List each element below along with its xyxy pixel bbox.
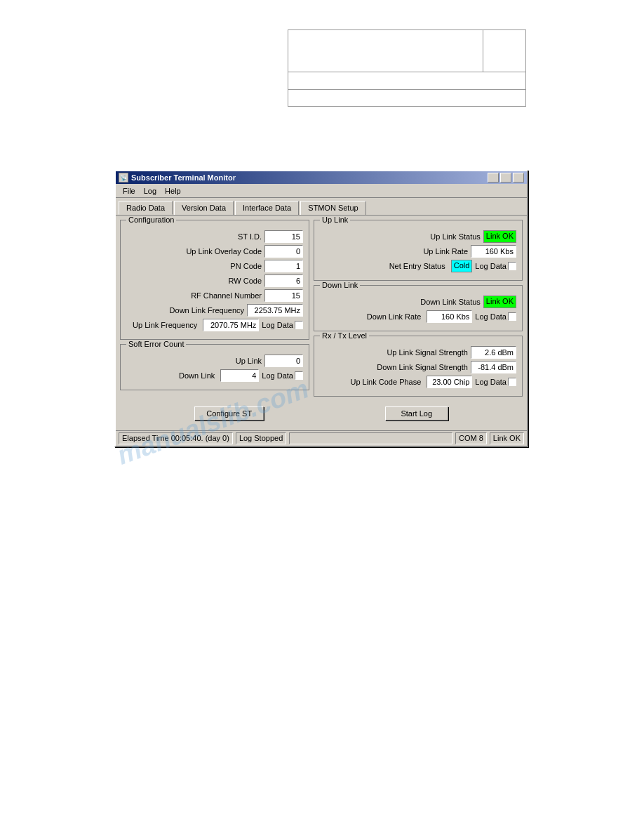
error-log-data-label: Log Data (262, 371, 303, 380)
left-column: Configuration ST I.D. Up Link Overlay Co… (120, 220, 309, 401)
downlink-signal-label: Down Link Signal Strength (377, 363, 468, 371)
downlink-rate-input[interactable] (427, 310, 472, 323)
error-downlink-input[interactable] (220, 369, 259, 382)
top-right-box (288, 29, 526, 107)
uplink-title: Up Link (320, 216, 350, 224)
content-area: Configuration ST I.D. Up Link Overlay Co… (116, 215, 527, 430)
pn-code-label: PN Code (230, 262, 262, 270)
top-box-row2 (288, 72, 525, 90)
st-id-label: ST I.D. (238, 232, 262, 241)
pn-code-input[interactable] (264, 260, 303, 272)
downlink-freq-row: Down Link Frequency (126, 304, 303, 317)
rw-code-row: RW Code (126, 274, 303, 287)
menu-help[interactable]: Help (161, 185, 185, 197)
minimize-button[interactable] (488, 173, 499, 183)
elapsed-time-pane: Elapsed Time 00:05:40. (day 0) (119, 432, 233, 444)
uplink-log-data-label: Log Data (475, 262, 516, 270)
uplink-code-input[interactable] (427, 376, 472, 388)
uplink-freq-label: Up Link Frequency (133, 321, 197, 329)
error-downlink-label: Down Link (179, 371, 215, 380)
window-title: Subscriber Terminal Monitor (131, 173, 236, 182)
st-id-row: ST I.D. (126, 230, 303, 243)
title-bar: 📡 Subscriber Terminal Monitor (116, 171, 527, 184)
error-log-data-text: Log Data (262, 371, 293, 380)
tab-bar: Radio Data Version Data Interface Data S… (116, 198, 527, 215)
top-box-cell-side (483, 30, 525, 72)
com-pane: COM 8 (455, 432, 487, 444)
tab-stmon-setup[interactable]: STMON Setup (300, 201, 366, 215)
rw-code-input[interactable] (264, 274, 303, 287)
downlink-rate-log-row: Down Link Rate Log Data (320, 310, 516, 323)
close-button[interactable] (513, 173, 524, 183)
empty-pane (289, 432, 452, 444)
downlink-log-data-text: Log Data (475, 312, 507, 321)
title-bar-text: 📡 Subscriber Terminal Monitor (119, 173, 236, 183)
menu-log[interactable]: Log (140, 185, 161, 197)
downlink-status-label: Down Link Status (420, 298, 481, 306)
rf-channel-label: RF Channel Number (191, 291, 262, 300)
tab-version-data[interactable]: Version Data (174, 201, 234, 215)
uplink-signal-input[interactable] (471, 346, 516, 359)
uplink-group: Up Link Up Link Status Link OK Up Link R… (314, 220, 523, 281)
uplink-signal-row: Up Link Signal Strength (320, 346, 516, 359)
maximize-button[interactable] (500, 173, 511, 183)
downlink-freq-label: Down Link Frequency (170, 306, 244, 315)
configuration-title: Configuration (126, 216, 176, 224)
tab-interface-data[interactable]: Interface Data (235, 201, 299, 215)
config-log-data-text: Log Data (262, 321, 293, 329)
uplink-code-log-row: Up Link Code Phase Log Data (320, 376, 516, 388)
start-log-button[interactable]: Start Log (385, 406, 448, 421)
rxtx-log-data-checkbox[interactable] (508, 378, 516, 386)
uplink-status-label: Up Link Status (430, 232, 481, 241)
downlink-log-data-label: Log Data (475, 312, 516, 321)
top-box-cell-main (288, 30, 483, 72)
rw-code-label: RW Code (229, 277, 262, 285)
error-downlink-log-row: Down Link Log Data (126, 369, 303, 382)
downlink-rate-label: Down Link Rate (367, 312, 422, 321)
downlink-log-data-checkbox[interactable] (508, 312, 516, 321)
config-log-data-checkbox[interactable] (295, 321, 303, 329)
downlink-status-row: Down Link Status Link OK (320, 296, 516, 308)
configure-st-button[interactable]: Configure ST (194, 406, 264, 421)
rf-channel-input[interactable] (264, 289, 303, 302)
uplink-code-label: Up Link Code Phase (350, 378, 421, 386)
rf-channel-row: RF Channel Number (126, 289, 303, 302)
uplink-freq-log-row: Up Link Frequency Log Data (126, 319, 303, 331)
uplink-log-data-checkbox[interactable] (508, 262, 516, 270)
downlink-signal-input[interactable] (471, 361, 516, 373)
rxtx-log-data-text: Log Data (475, 378, 507, 386)
rxtx-group: Rx / Tx Level Up Link Signal Strength Do… (314, 336, 523, 397)
button-row: Configure ST Start Log (120, 401, 523, 426)
menu-bar: File Log Help (116, 184, 527, 198)
uplink-freq-input[interactable] (203, 319, 259, 331)
uplink-overlay-label: Up Link Overlay Code (186, 247, 262, 256)
error-log-data-checkbox[interactable] (295, 371, 303, 380)
downlink-signal-row: Down Link Signal Strength (320, 361, 516, 373)
downlink-freq-input[interactable] (247, 304, 303, 317)
app-window: 📡 Subscriber Terminal Monitor File Log H… (114, 170, 528, 447)
tab-radio-data[interactable]: Radio Data (119, 201, 173, 215)
top-box-row3 (288, 90, 525, 107)
uplink-status-value: Link OK (483, 230, 516, 243)
menu-file[interactable]: File (119, 185, 140, 197)
uplink-signal-label: Up Link Signal Strength (387, 348, 468, 357)
uplink-overlay-input[interactable] (264, 245, 303, 258)
app-icon: 📡 (119, 173, 128, 183)
uplink-rate-input[interactable] (471, 245, 516, 258)
log-status-pane: Log Stopped (236, 432, 286, 444)
configuration-group: Configuration ST I.D. Up Link Overlay Co… (120, 220, 309, 340)
downlink-group: Down Link Down Link Status Link OK Down … (314, 285, 523, 331)
net-entry-value: Cold (451, 260, 473, 272)
error-uplink-label: Up Link (236, 357, 262, 365)
soft-error-group: Soft Error Count Up Link Down Link Log D… (120, 344, 309, 390)
downlink-status-value: Link OK (483, 296, 516, 308)
error-uplink-input[interactable] (264, 355, 303, 367)
st-id-input[interactable] (264, 230, 303, 243)
net-entry-log-row: Net Entry Status Cold Log Data (320, 260, 516, 272)
uplink-rate-label: Up Link Rate (423, 247, 468, 256)
right-column: Up Link Up Link Status Link OK Up Link R… (314, 220, 523, 401)
config-log-data-label: Log Data (262, 321, 303, 329)
rxtx-log-data-label: Log Data (475, 378, 516, 386)
error-uplink-row: Up Link (126, 355, 303, 367)
uplink-overlay-row: Up Link Overlay Code (126, 245, 303, 258)
